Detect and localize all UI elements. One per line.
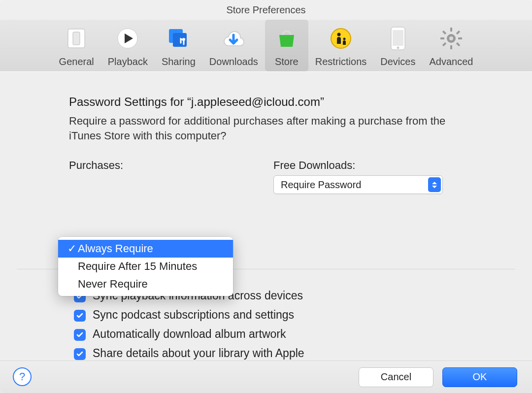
button-label: Cancel <box>381 371 411 383</box>
tab-label: Restrictions <box>315 56 366 67</box>
svg-rect-20 <box>456 31 460 34</box>
tab-restrictions[interactable]: Restrictions <box>308 20 373 71</box>
checkbox-label: Share details about your library with Ap… <box>93 347 304 360</box>
general-icon <box>62 24 91 53</box>
dropdown-option-never-require[interactable]: Never Require <box>58 275 233 293</box>
sharing-icon <box>164 24 193 53</box>
section-heading: Password Settings for “j.appleseed@iclou… <box>69 94 473 110</box>
svg-point-6 <box>182 38 185 41</box>
free-downloads-select[interactable]: Require Password <box>273 175 443 194</box>
checkbox-sync-podcast[interactable]: Sync podcast subscriptions and settings <box>74 308 493 322</box>
svg-rect-1 <box>73 32 80 45</box>
tab-label: Devices <box>380 56 415 67</box>
checkbox-icon <box>74 310 86 322</box>
tab-advanced[interactable]: Advanced <box>422 20 480 71</box>
purchases-dropdown-menu: ✓ Always Require Require After 15 Minute… <box>58 237 233 296</box>
playback-icon <box>113 24 142 53</box>
option-label: Always Require <box>78 242 153 255</box>
tab-sharing[interactable]: Sharing <box>155 20 202 71</box>
tab-label: Advanced <box>429 56 473 67</box>
tab-general[interactable]: General <box>52 20 101 71</box>
tab-label: General <box>59 56 94 67</box>
tab-label: Sharing <box>162 56 196 67</box>
svg-point-12 <box>397 47 399 49</box>
free-downloads-label: Free Downloads: <box>273 158 473 173</box>
option-label: Never Require <box>78 278 148 291</box>
preferences-window: Store Preferences General Playback Shari… <box>0 0 532 393</box>
svg-rect-11 <box>393 30 403 46</box>
devices-icon <box>383 24 413 53</box>
window-title: Store Preferences <box>0 0 532 20</box>
svg-rect-16 <box>440 37 444 39</box>
dropdown-option-require-after-15[interactable]: Require After 15 Minutes <box>58 258 233 275</box>
content-pane: Password Settings for “j.appleseed@iclou… <box>0 71 532 393</box>
checkbox-label: Automatically download album artwork <box>93 328 286 341</box>
purchases-label: Purchases: <box>69 158 268 173</box>
svg-rect-21 <box>442 42 446 46</box>
checkbox-icon <box>74 329 86 341</box>
tab-label: Store <box>275 56 299 67</box>
button-label: OK <box>473 371 487 383</box>
help-button[interactable]: ? <box>13 367 32 386</box>
svg-point-8 <box>337 33 341 36</box>
downloads-icon <box>219 24 248 53</box>
store-icon <box>272 24 301 53</box>
footer-bar: ? Cancel OK <box>0 360 532 393</box>
section-description: Require a password for additional purcha… <box>69 114 463 143</box>
checkbox-share-library[interactable]: Share details about your library with Ap… <box>74 347 493 360</box>
svg-point-9 <box>343 38 346 40</box>
dropdown-option-always-require[interactable]: ✓ Always Require <box>58 240 233 258</box>
checkbox-auto-artwork[interactable]: Automatically download album artwork <box>74 328 493 341</box>
help-icon: ? <box>19 370 25 383</box>
check-icon: ✓ <box>66 242 78 255</box>
preferences-toolbar: General Playback Sharing Downloads <box>0 20 532 72</box>
svg-point-22 <box>449 36 453 40</box>
svg-rect-18 <box>442 31 446 34</box>
svg-point-7 <box>331 29 351 48</box>
svg-rect-19 <box>456 42 460 46</box>
restrictions-icon <box>326 24 356 53</box>
checkbox-label: Sync podcast subscriptions and settings <box>93 308 294 322</box>
cancel-button[interactable]: Cancel <box>359 367 433 387</box>
checkbox-icon <box>74 348 86 360</box>
svg-rect-15 <box>450 45 452 49</box>
free-downloads-value: Require Password <box>281 178 361 192</box>
tab-label: Playback <box>108 56 148 67</box>
tab-downloads[interactable]: Downloads <box>202 20 265 71</box>
svg-rect-14 <box>450 28 452 32</box>
advanced-icon <box>436 24 466 53</box>
ok-button[interactable]: OK <box>442 367 517 387</box>
tab-store[interactable]: Store <box>265 20 308 71</box>
svg-rect-17 <box>458 37 462 39</box>
option-label: Require After 15 Minutes <box>78 260 197 273</box>
window-title-text: Store Preferences <box>226 4 305 16</box>
tab-playback[interactable]: Playback <box>101 20 155 71</box>
select-stepper-icon <box>428 177 441 192</box>
tab-label: Downloads <box>209 56 258 67</box>
tab-devices[interactable]: Devices <box>373 20 422 71</box>
